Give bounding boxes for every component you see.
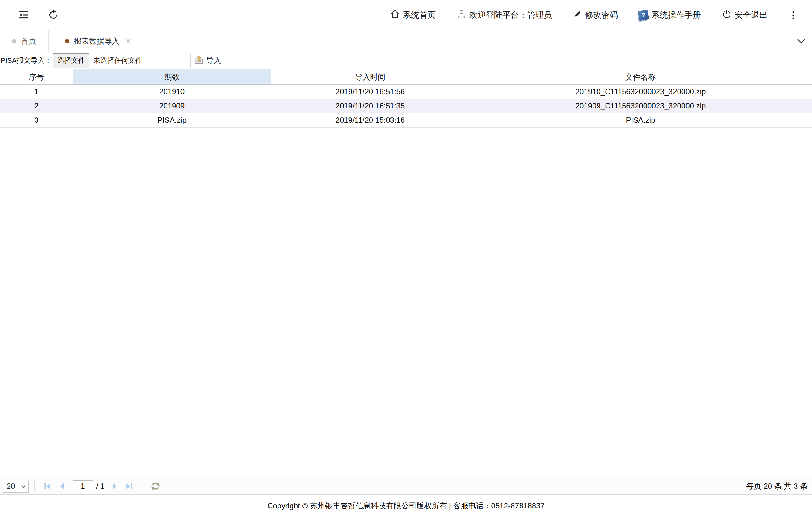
cell-import-time: 2019/11/20 16:51:56 [271, 85, 469, 98]
tab-home[interactable]: 首页 [0, 30, 49, 52]
table-row[interactable]: 2 201909 2019/11/20 16:51:35 201909_C111… [0, 99, 812, 113]
column-header-file-name[interactable]: 文件名称 [469, 69, 812, 84]
divider [34, 481, 35, 491]
page-size-select[interactable]: 20 [3, 480, 29, 493]
pencil-icon [573, 9, 582, 21]
tab-dot [65, 39, 69, 43]
nav-operation-manual[interactable]: ? 系统操作手册 [639, 9, 701, 21]
nav-label: 安全退出 [734, 9, 767, 21]
table-header-row: 序号 期数 导入时间 文件名称 [0, 69, 812, 85]
nav-welcome-user[interactable]: 欢迎登陆平台：管理员 [457, 9, 552, 21]
upload-label: PISA报文导入： [1, 56, 51, 65]
cell-file-name: 201910_C1115632000023_320000.zip [469, 85, 812, 98]
user-icon [457, 9, 466, 21]
column-header-seq[interactable]: 序号 [0, 69, 73, 84]
cell-import-time: 2019/11/20 15:03:16 [271, 113, 469, 127]
cell-file-name: PISA.zip [469, 113, 812, 127]
tab-label: 首页 [21, 36, 36, 46]
upload-row: PISA报文导入： 选择文件 未选择任何文件 导入 [0, 52, 812, 69]
home-icon [390, 9, 400, 21]
nav-change-password[interactable]: 修改密码 [573, 9, 618, 21]
tab-overflow-chevron-down-icon[interactable] [790, 30, 812, 52]
refresh-page-icon[interactable] [47, 8, 60, 21]
no-file-selected-text: 未选择任何文件 [93, 56, 142, 65]
reload-grid-icon[interactable] [150, 481, 161, 492]
first-page-button[interactable] [42, 481, 53, 492]
nav-label: 欢迎登陆平台：管理员 [469, 9, 552, 21]
top-bar: 系统首页 欢迎登陆平台：管理员 修改密码 [0, 0, 812, 30]
nav-logout[interactable]: 安全退出 [722, 9, 767, 21]
cell-import-time: 2019/11/20 16:51:35 [271, 99, 469, 113]
nav-label: 修改密码 [585, 9, 618, 21]
tab-close-icon[interactable]: × [125, 37, 131, 46]
divider [142, 481, 142, 491]
pagination-bar: 20 / 1 [0, 478, 812, 495]
tab-report-data-import[interactable]: 报表数据导入 × [49, 30, 147, 52]
table-row[interactable]: 1 201910 2019/11/20 16:51:56 201910_C111… [0, 85, 812, 99]
page-number-input[interactable] [72, 480, 93, 492]
cell-seq: 1 [0, 85, 73, 98]
pagination-summary: 每页 20 条,共 3 条 [746, 481, 809, 491]
app: 系统首页 欢迎登陆平台：管理员 修改密码 [0, 0, 812, 517]
import-history-table: 序号 期数 导入时间 文件名称 1 201910 2019/11/20 16:5… [0, 69, 812, 127]
power-icon [722, 9, 731, 21]
column-header-period[interactable]: 期数 [73, 69, 271, 84]
footer: Copyright © 苏州银丰睿哲信息科技有限公司版权所有 | 客服电话：05… [0, 495, 812, 517]
tab-dot [12, 39, 16, 43]
cell-period: 201910 [73, 85, 271, 98]
cell-seq: 3 [0, 113, 73, 127]
tab-label: 报表数据导入 [74, 36, 120, 46]
next-page-button[interactable] [109, 481, 120, 492]
import-button[interactable]: 导入 [190, 53, 226, 68]
nav-label: 系统操作手册 [651, 9, 701, 21]
choose-file-button[interactable]: 选择文件 [53, 53, 89, 68]
nav-system-home[interactable]: 系统首页 [390, 9, 436, 21]
import-button-label: 导入 [206, 56, 221, 66]
more-options-kebab-icon[interactable] [788, 9, 798, 22]
help-book-icon: ? [638, 9, 649, 21]
table-row[interactable]: 3 PISA.zip 2019/11/20 15:03:16 PISA.zip [0, 113, 812, 127]
copyright-text: Copyright © 苏州银丰睿哲信息科技有限公司版权所有 | 客服电话：05… [267, 501, 544, 511]
menu-collapse-icon[interactable] [18, 8, 30, 21]
total-pages-text: / 1 [96, 482, 105, 491]
tab-bar: 首页 报表数据导入 × [0, 30, 812, 52]
cell-file-name: 201909_C1115632000023_320000.zip [469, 99, 812, 113]
page-size-value: 20 [3, 480, 18, 492]
column-header-import-time[interactable]: 导入时间 [271, 69, 469, 84]
last-page-button[interactable] [124, 481, 135, 492]
cell-period: PISA.zip [73, 113, 271, 127]
select-chevron-down-icon [18, 480, 28, 492]
cell-period: 201909 [73, 99, 271, 113]
upload-icon [194, 55, 204, 66]
cell-seq: 2 [0, 99, 73, 113]
top-nav: 系统首页 欢迎登陆平台：管理员 修改密码 [390, 0, 812, 30]
nav-label: 系统首页 [403, 9, 436, 21]
previous-page-button[interactable] [57, 481, 67, 492]
